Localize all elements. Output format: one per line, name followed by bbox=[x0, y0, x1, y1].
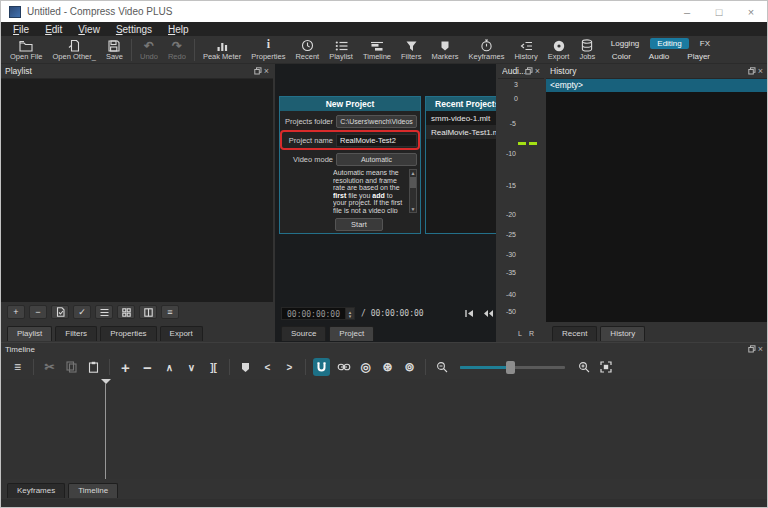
float-panel-icon[interactable] bbox=[525, 67, 533, 75]
layout-fx-button[interactable]: FX bbox=[693, 38, 717, 49]
ripple-markers-button[interactable]: ⊚ bbox=[401, 358, 418, 376]
scrollbar-thumb[interactable] bbox=[410, 177, 416, 188]
close-panel-icon[interactable]: × bbox=[264, 67, 269, 75]
menu-settings[interactable]: Settings bbox=[108, 24, 160, 35]
menu-view[interactable]: View bbox=[70, 24, 108, 35]
playlist-menu-button[interactable]: ≡ bbox=[161, 305, 179, 319]
zoom-slider-handle[interactable] bbox=[506, 361, 515, 374]
tab-source[interactable]: Source bbox=[281, 326, 326, 341]
start-button[interactable]: Start bbox=[335, 218, 383, 231]
playlist-button[interactable]: Playlist bbox=[324, 36, 358, 64]
timecode-field[interactable]: 00:00:00:00 ▴ ▾ bbox=[281, 307, 355, 320]
close-button[interactable]: × bbox=[735, 1, 767, 22]
timecode-value[interactable]: 00:00:00:00 bbox=[281, 307, 346, 320]
layout-color-button[interactable]: Color bbox=[605, 51, 638, 62]
history-item-selected[interactable]: <empty> bbox=[546, 79, 767, 92]
playhead-handle[interactable] bbox=[101, 379, 111, 389]
redo-button[interactable]: ↷ Redo bbox=[163, 36, 191, 64]
recent-button[interactable]: Recent bbox=[290, 36, 324, 64]
undo-button[interactable]: ↶ Undo bbox=[135, 36, 163, 64]
float-panel-icon[interactable] bbox=[748, 67, 756, 75]
close-panel-icon[interactable]: × bbox=[758, 67, 763, 75]
split-button[interactable]: ][ bbox=[205, 358, 222, 376]
cut-button[interactable]: ✂ bbox=[41, 358, 58, 376]
layout-player-button[interactable]: Player bbox=[680, 51, 717, 62]
playlist-remove-button[interactable]: − bbox=[29, 305, 47, 319]
history-button[interactable]: History bbox=[509, 36, 542, 64]
timeline-button[interactable]: Timeline bbox=[358, 36, 396, 64]
rewind-button[interactable] bbox=[483, 309, 494, 318]
minimize-button[interactable]: – bbox=[671, 1, 703, 22]
tab-history[interactable]: History bbox=[600, 326, 645, 341]
view-as-tiles-icon[interactable] bbox=[117, 305, 135, 319]
playlist-select-check-button[interactable]: ✓ bbox=[73, 305, 91, 319]
playlist-update-icon[interactable] bbox=[51, 305, 69, 319]
float-panel-icon[interactable] bbox=[254, 67, 262, 75]
jobs-button[interactable]: Jobs bbox=[574, 36, 600, 64]
ripple-delete-button[interactable]: − bbox=[139, 358, 156, 376]
layout-audio-button[interactable]: Audio bbox=[642, 51, 676, 62]
skip-to-start-button[interactable] bbox=[465, 309, 474, 318]
description-scrollbar[interactable]: ▲ ▼ bbox=[409, 169, 417, 213]
menu-edit[interactable]: Edit bbox=[37, 24, 70, 35]
tab-recent[interactable]: Recent bbox=[552, 326, 597, 341]
spin-down-icon[interactable]: ▾ bbox=[349, 314, 352, 318]
open-file-button[interactable]: Open File bbox=[5, 36, 48, 64]
export-button[interactable]: Export bbox=[543, 36, 575, 64]
view-as-icons-icon[interactable] bbox=[139, 305, 157, 319]
lift-button[interactable]: ∧ bbox=[161, 358, 178, 376]
close-panel-icon[interactable]: × bbox=[758, 345, 763, 353]
ripple-button[interactable]: ◎ bbox=[357, 358, 374, 376]
projects-folder-button[interactable]: C:\Users\wench\Videos bbox=[336, 115, 417, 128]
tab-project[interactable]: Project bbox=[329, 326, 374, 341]
peak-meter-button[interactable]: Peak Meter bbox=[198, 36, 246, 64]
layout-editing-button[interactable]: Editing bbox=[650, 38, 688, 49]
tab-keyframes[interactable]: Keyframes bbox=[7, 483, 65, 498]
playlist-add-button[interactable]: + bbox=[7, 305, 25, 319]
close-panel-icon[interactable]: × bbox=[535, 67, 540, 75]
folder-icon bbox=[19, 38, 33, 52]
playlist-content[interactable] bbox=[1, 78, 273, 302]
menu-help[interactable]: Help bbox=[160, 24, 197, 35]
paste-button[interactable] bbox=[85, 358, 102, 376]
tab-timeline[interactable]: Timeline bbox=[68, 483, 118, 498]
tab-properties[interactable]: Properties bbox=[100, 326, 156, 341]
markers-button[interactable]: Markers bbox=[426, 36, 463, 64]
layout-logging-button[interactable]: Logging bbox=[604, 38, 646, 49]
marker-button[interactable] bbox=[237, 358, 254, 376]
scroll-up-icon[interactable]: ▲ bbox=[411, 170, 416, 176]
snap-magnet-button[interactable] bbox=[313, 358, 330, 376]
maximize-button[interactable]: □ bbox=[703, 1, 735, 22]
tab-filters[interactable]: Filters bbox=[55, 326, 97, 341]
filters-button[interactable]: Filters bbox=[396, 36, 426, 64]
timeline-menu-button[interactable]: ≡ bbox=[9, 358, 26, 376]
menu-file[interactable]: File bbox=[5, 24, 37, 35]
previous-marker-button[interactable]: < bbox=[259, 358, 276, 376]
scrub-while-dragging-button[interactable] bbox=[335, 358, 352, 376]
projects-folder-label: Projects folder bbox=[283, 117, 333, 126]
copy-button[interactable] bbox=[63, 358, 80, 376]
scroll-down-icon[interactable]: ▼ bbox=[411, 206, 416, 212]
project-name-input[interactable] bbox=[336, 134, 417, 147]
zoom-in-button[interactable] bbox=[575, 358, 592, 376]
next-marker-button[interactable]: > bbox=[281, 358, 298, 376]
timeline-track-area[interactable] bbox=[1, 379, 767, 479]
video-mode-description: Automatic means the resolution and frame… bbox=[333, 169, 409, 213]
tab-export[interactable]: Export bbox=[160, 326, 203, 341]
ripple-all-tracks-button[interactable]: ⊛ bbox=[379, 358, 396, 376]
video-mode-button[interactable]: Automatic bbox=[336, 153, 417, 166]
keyframes-button[interactable]: Keyframes bbox=[464, 36, 510, 64]
view-as-list-icon[interactable] bbox=[95, 305, 113, 319]
save-button[interactable]: Save bbox=[101, 36, 128, 64]
zoom-fit-button[interactable] bbox=[597, 358, 614, 376]
tab-playlist[interactable]: Playlist bbox=[7, 326, 52, 341]
overwrite-button[interactable]: ∨ bbox=[183, 358, 200, 376]
zoom-out-button[interactable] bbox=[433, 358, 450, 376]
open-other-button[interactable]: Open Other_ bbox=[48, 36, 101, 64]
append-button[interactable]: + bbox=[117, 358, 134, 376]
playhead-line[interactable] bbox=[105, 383, 106, 479]
float-panel-icon[interactable] bbox=[748, 345, 756, 353]
timecode-spinner[interactable]: ▴ ▾ bbox=[346, 307, 355, 320]
timeline-zoom-slider[interactable] bbox=[460, 366, 565, 369]
properties-button[interactable]: i Properties bbox=[246, 36, 290, 64]
